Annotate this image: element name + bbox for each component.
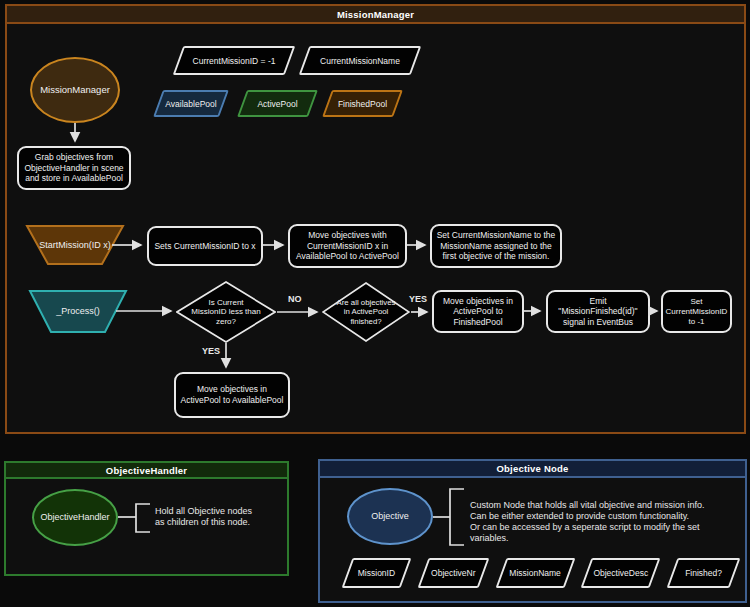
step-move-to-availablepool: Move objectives in ActivePool to Availab… — [174, 372, 290, 418]
field-finished: Finished? — [666, 558, 741, 588]
pool-active: ActivePool — [236, 90, 319, 117]
decision-all-finished: Are all objectives in ActivePool finishe… — [322, 282, 410, 342]
step-move-to-finishedpool: Move objectives in ActivePool to Finishe… — [432, 290, 524, 333]
pool-available: AvailablePool — [152, 90, 230, 117]
trigger-process: _Process() — [28, 289, 128, 334]
objective-handler-frame-title: ObjectiveHandler — [6, 463, 287, 479]
mission-manager-node: MissionManager — [30, 57, 120, 123]
objective-handler-note: Hold all Objective nodes as children of … — [155, 506, 263, 528]
step-set-mission-id: Sets CurrentMissionID to x — [147, 226, 263, 266]
objective-node-note: Custom Node that holds all vital objecti… — [470, 500, 738, 544]
field-objective-desc: ObjectiveDesc — [580, 558, 661, 588]
field-mission-id: MissionID — [341, 558, 412, 588]
diagram-canvas: MissionManager ObjectiveHandler Objectiv… — [0, 0, 750, 607]
trigger-start-mission: StartMission(ID x) — [25, 224, 125, 266]
objective-handler-node: ObjectiveHandler — [32, 489, 118, 546]
step-emit-signal: Emit "MissionFinished(id)" signal in Eve… — [546, 290, 650, 333]
note-line: Or can be accessed by a seperate script … — [470, 522, 738, 544]
edge-label-yes: YES — [409, 294, 427, 304]
field-objective-nr: ObjectiveNr — [417, 558, 490, 588]
var-current-mission-name: CurrentMissionName — [298, 46, 422, 75]
pool-finished: FinishedPool — [321, 90, 404, 117]
note-line: Can be either extended to provide custom… — [470, 511, 738, 522]
mission-manager-frame-title: MissionManager — [7, 6, 744, 24]
objective-fields-row: MissionID ObjectiveNr MissionName Object… — [341, 558, 741, 588]
decision-mission-id-negative: Is Current MissionID less than zero? — [176, 281, 276, 343]
step-set-mission-name: Set CurrentMissionName to the MissionNam… — [430, 224, 562, 268]
step-grab-objectives: Grab objectives from ObjectiveHandler in… — [17, 146, 131, 190]
var-current-mission-id: CurrentMissionID = -1 — [172, 46, 296, 75]
objective-node-frame-title: Objective Node — [320, 461, 745, 478]
step-move-to-activepool: Move objectives with CurrentMissionID x … — [288, 224, 407, 268]
field-mission-name: MissionName — [495, 558, 576, 588]
step-reset-mission-id: Set CurrentMissionID to -1 — [661, 290, 732, 333]
note-line: Custom Node that holds all vital objecti… — [470, 500, 738, 511]
edge-label-yes-down: YES — [202, 346, 220, 356]
objective-node: Objective — [347, 488, 433, 545]
edge-label-no: NO — [288, 294, 302, 304]
